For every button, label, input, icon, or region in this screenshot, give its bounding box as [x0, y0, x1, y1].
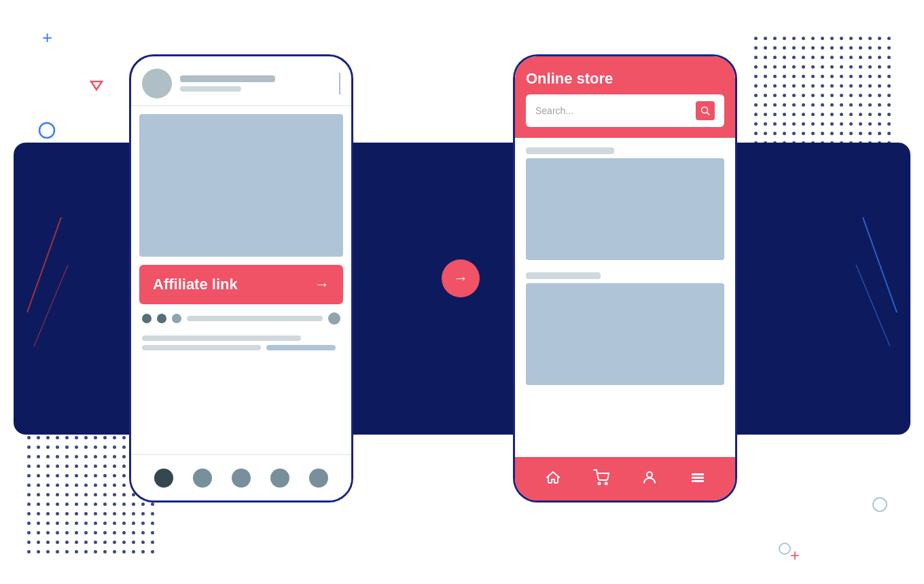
svg-point-384	[56, 531, 59, 534]
svg-point-303	[84, 474, 88, 477]
svg-line-3	[34, 265, 68, 346]
svg-point-79	[783, 75, 786, 78]
svg-point-217	[811, 160, 815, 164]
svg-point-352	[151, 503, 154, 506]
svg-point-229	[783, 170, 786, 173]
svg-point-122	[764, 103, 767, 107]
svg-point-255	[27, 445, 31, 449]
svg-point-141	[802, 113, 805, 116]
svg-point-10	[598, 482, 600, 484]
nav-dot-4[interactable]	[270, 469, 289, 488]
nav-dot-2[interactable]	[193, 469, 212, 488]
svg-point-195	[887, 141, 891, 145]
svg-point-200	[792, 151, 796, 154]
svg-rect-13	[692, 473, 704, 475]
svg-point-214	[783, 160, 786, 164]
svg-point-261	[84, 445, 88, 449]
svg-point-41	[849, 46, 853, 50]
circle-outline-left	[37, 121, 56, 143]
svg-point-199	[783, 151, 786, 154]
svg-point-397	[46, 541, 50, 544]
svg-point-248	[94, 436, 97, 439]
svg-point-367	[27, 522, 31, 525]
svg-point-173	[821, 132, 824, 135]
product-label-1	[526, 147, 614, 154]
affiliate-link-button[interactable]: Affiliate link →	[139, 265, 343, 304]
svg-point-276	[94, 455, 97, 458]
svg-point-240	[887, 170, 891, 173]
svg-point-11	[605, 482, 607, 484]
nav-dot-5[interactable]	[309, 469, 328, 488]
svg-point-341	[46, 503, 50, 506]
svg-point-197	[764, 151, 767, 154]
nav-dot-3[interactable]	[232, 469, 251, 488]
svg-point-382	[37, 531, 40, 534]
svg-point-417	[103, 550, 107, 553]
svg-point-314	[56, 483, 59, 487]
store-nav-home[interactable]	[545, 469, 561, 489]
svg-point-421	[141, 550, 145, 553]
nav-dot-1[interactable]	[154, 469, 173, 488]
product-card-1[interactable]	[526, 147, 724, 260]
svg-point-162	[859, 122, 862, 126]
svg-point-223	[868, 160, 872, 164]
svg-point-279	[122, 455, 126, 458]
svg-point-137	[764, 113, 767, 116]
svg-point-128	[821, 103, 824, 107]
svg-point-204	[830, 151, 834, 154]
search-icon[interactable]	[696, 101, 715, 120]
svg-point-134	[878, 103, 881, 107]
svg-point-372	[75, 522, 78, 525]
svg-point-43	[868, 46, 872, 50]
svg-point-284	[37, 464, 40, 468]
svg-point-415	[84, 550, 88, 553]
svg-point-169	[783, 132, 786, 135]
svg-point-355	[46, 512, 50, 515]
store-nav-cart[interactable]	[593, 469, 609, 489]
svg-point-245	[65, 436, 69, 439]
svg-point-220	[840, 160, 843, 164]
svg-point-302	[75, 474, 78, 477]
store-nav-user[interactable]	[641, 469, 658, 489]
svg-point-249	[103, 436, 107, 439]
svg-marker-0	[91, 81, 102, 90]
svg-point-151	[754, 122, 758, 126]
reactions-row	[131, 304, 351, 333]
svg-point-177	[859, 132, 862, 135]
svg-point-386	[75, 531, 78, 534]
svg-point-374	[94, 522, 97, 525]
svg-point-102	[859, 84, 862, 88]
svg-point-65	[792, 65, 796, 69]
svg-point-75	[887, 65, 891, 69]
product-card-2[interactable]	[526, 272, 724, 385]
svg-rect-15	[692, 480, 704, 482]
svg-point-167	[764, 132, 767, 135]
svg-point-190	[840, 141, 843, 145]
svg-point-292	[113, 464, 116, 468]
svg-point-6	[873, 498, 887, 511]
svg-point-31	[754, 46, 758, 50]
svg-point-114	[830, 94, 834, 97]
svg-point-246	[75, 436, 78, 439]
svg-point-210	[887, 151, 891, 154]
svg-point-263	[103, 445, 107, 449]
svg-point-396	[37, 541, 40, 544]
svg-point-209	[878, 151, 881, 154]
svg-point-224	[878, 160, 881, 164]
svg-point-347	[103, 503, 107, 506]
svg-point-192	[859, 141, 862, 145]
svg-point-96	[802, 84, 805, 88]
svg-point-170	[792, 132, 796, 135]
svg-point-183	[773, 141, 777, 145]
svg-point-193	[868, 141, 872, 145]
search-bar[interactable]: Search...	[526, 94, 724, 127]
svg-point-387	[84, 531, 88, 534]
svg-point-260	[75, 445, 78, 449]
svg-point-143	[821, 113, 824, 116]
svg-point-410	[37, 550, 40, 553]
svg-point-49	[783, 56, 786, 59]
svg-point-406	[132, 541, 135, 544]
svg-point-392	[132, 531, 135, 534]
store-nav-menu[interactable]	[690, 469, 706, 489]
svg-point-411	[46, 550, 50, 553]
